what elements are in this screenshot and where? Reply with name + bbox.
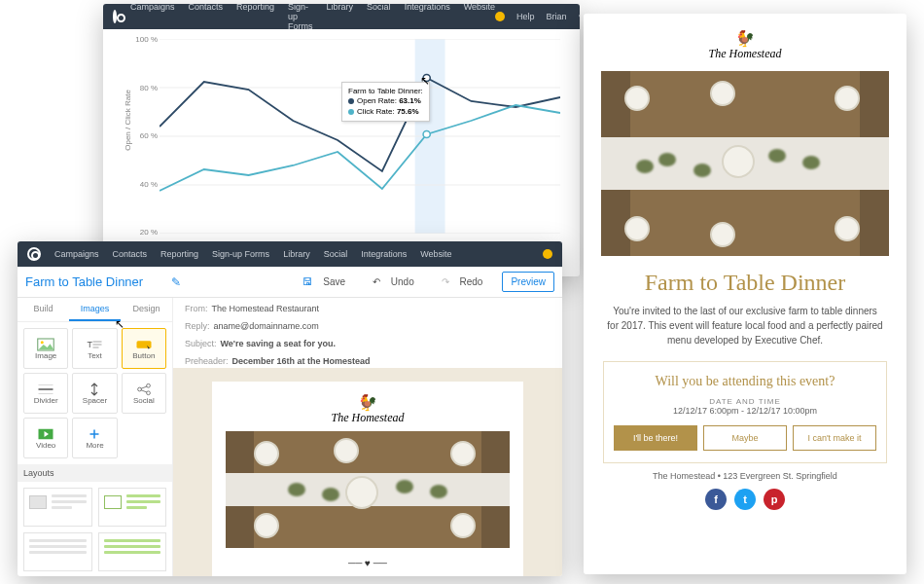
svg-point-6: [423, 75, 430, 82]
nav-reporting[interactable]: Reporting: [236, 4, 274, 31]
layouts-heading: Layouts: [18, 464, 172, 482]
tick: 80 %: [140, 83, 158, 91]
svg-line-22: [141, 389, 147, 391]
email-canvas[interactable]: 🐓 The Homestead ── ♥ ──: [173, 368, 562, 576]
rsvp-block: Will you be attending this event? DATE A…: [603, 361, 887, 463]
brand-name: The Homestead: [601, 47, 889, 61]
layout-option[interactable]: [98, 488, 167, 527]
nav-campaigns[interactable]: Campaigns: [54, 249, 99, 259]
campaign-name[interactable]: Farm to Table Dinner: [25, 274, 143, 289]
edit-name-icon[interactable]: ✎: [171, 275, 181, 289]
pinterest-icon[interactable]: p: [764, 489, 785, 510]
rsvp-yes-button[interactable]: I'll be there!: [614, 425, 697, 451]
editor-area: From:The Homestead Restaurant Reply:anam…: [173, 298, 562, 576]
tool-text[interactable]: TText: [72, 328, 117, 369]
email-footer: The Homestead • 123 Evergreen St. Spring…: [601, 471, 889, 481]
campaign-header: Farm to Table Dinner ✎ 🖫 Save ↶ Undo ↷ R…: [18, 267, 562, 298]
notification-icon[interactable]: [495, 12, 505, 21]
subject-value[interactable]: We're saving a seat for you.: [221, 339, 337, 348]
from-label: From:: [185, 304, 208, 313]
nav-signup-forms[interactable]: Sign-up Forms: [212, 249, 269, 259]
nav-contacts[interactable]: Contacts: [113, 249, 148, 259]
help-link[interactable]: Help: [516, 12, 535, 21]
nav-reporting[interactable]: Reporting: [160, 249, 198, 259]
chevron-down-icon[interactable]: ▾: [579, 12, 580, 21]
hero-image[interactable]: [226, 431, 510, 548]
notification-icon[interactable]: [543, 249, 552, 259]
hero-image: [601, 71, 889, 256]
svg-point-20: [146, 390, 150, 394]
tool-image[interactable]: Image: [23, 328, 68, 369]
tool-palette: Image TText Button Divider Spacer Social…: [18, 322, 172, 464]
datetime-value: 12/12/17 6:00pm - 12/12/17 10:00pm: [614, 406, 876, 416]
svg-line-21: [141, 386, 147, 388]
chart-svg: [160, 39, 560, 234]
from-value[interactable]: The Homestead Restaurant: [212, 304, 320, 313]
nav-campaigns[interactable]: Campaigns: [130, 4, 175, 31]
nav-library[interactable]: Library: [283, 249, 310, 259]
top-nav: Campaigns Contacts Reporting Sign-up For…: [103, 4, 580, 29]
nav-social[interactable]: Social: [367, 4, 391, 31]
brand-logo-icon[interactable]: [27, 247, 41, 261]
reporting-panel: Campaigns Contacts Reporting Sign-up For…: [103, 4, 580, 276]
svg-point-9: [41, 341, 44, 344]
facebook-icon[interactable]: f: [705, 489, 727, 510]
rsvp-no-button[interactable]: I can't make it: [793, 425, 876, 451]
open-click-chart[interactable]: Open / Click Rate 100 % 80 % 60 % 40 % 2…: [103, 29, 580, 251]
svg-rect-14: [136, 341, 151, 348]
sidebar-tabs: Build Images Design: [18, 298, 172, 322]
sidebar: Build Images Design ↖ Image TText Button…: [18, 298, 173, 576]
user-menu[interactable]: Brian: [547, 12, 567, 21]
nav-library[interactable]: Library: [327, 4, 354, 31]
brand-logo-icon[interactable]: [113, 10, 117, 23]
y-axis-ticks: 100 % 80 % 60 % 40 % 20 %: [109, 39, 158, 232]
email-body[interactable]: 🐓 The Homestead ── ♥ ──: [212, 382, 523, 576]
tool-spacer[interactable]: Spacer: [72, 373, 117, 414]
tool-social[interactable]: Social: [122, 373, 166, 414]
nav-signup-forms[interactable]: Sign-up Forms: [288, 4, 313, 31]
rsvp-maybe-button[interactable]: Maybe: [703, 425, 787, 451]
email-preview-panel: 🐓 The Homestead Farm to Table Dinner You…: [584, 14, 906, 574]
preview-button[interactable]: Preview: [502, 272, 554, 292]
save-button[interactable]: 🖫 Save: [295, 273, 361, 291]
chart-tooltip: Farm to Table Dinner: Open Rate: 63.1% C…: [341, 82, 430, 122]
tab-build[interactable]: Build: [18, 298, 69, 321]
email-body-text: You're invited to the last of our exclus…: [601, 304, 889, 347]
tab-images[interactable]: Images: [69, 298, 121, 321]
tick: 40 %: [140, 179, 158, 188]
tool-video[interactable]: Video: [23, 418, 68, 458]
nav-website[interactable]: Website: [420, 249, 451, 259]
tool-more[interactable]: More: [72, 418, 117, 458]
layouts-list: [18, 482, 172, 576]
svg-text:T: T: [88, 340, 93, 349]
layout-option[interactable]: [23, 488, 92, 527]
redo-button[interactable]: ↷ Redo: [434, 273, 499, 291]
rooster-icon: 🐓: [601, 31, 889, 47]
undo-button[interactable]: ↶ Undo: [365, 273, 430, 291]
datetime-label: DATE AND TIME: [614, 397, 876, 406]
brand-name: The Homestead: [226, 411, 510, 425]
top-nav: Campaigns Contacts Reporting Sign-up For…: [18, 241, 562, 267]
nav-integrations[interactable]: Integrations: [361, 249, 407, 259]
nav-links: Campaigns Contacts Reporting Sign-up For…: [130, 4, 495, 31]
twitter-icon[interactable]: t: [734, 489, 756, 510]
preheader-value[interactable]: December 16th at the Homestead: [232, 356, 371, 366]
tool-button[interactable]: Button: [122, 328, 166, 369]
reply-label: Reply:: [185, 321, 210, 331]
tooltip-title: Farm to Table Dinner:: [348, 87, 423, 96]
builder-panel: Campaigns Contacts Reporting Sign-up For…: [18, 241, 562, 576]
tick: 20 %: [140, 228, 158, 237]
reply-value[interactable]: aname@domainname.com: [214, 321, 319, 331]
nav-social[interactable]: Social: [324, 249, 348, 259]
layout-option[interactable]: [23, 532, 92, 571]
social-links: f t p: [601, 489, 889, 510]
nav-website[interactable]: Website: [464, 4, 495, 31]
layout-option[interactable]: [98, 532, 167, 571]
nav-integrations[interactable]: Integrations: [405, 4, 450, 31]
divider-heart-icon: ── ♥ ──: [226, 558, 510, 568]
svg-point-18: [137, 387, 141, 391]
nav-contacts[interactable]: Contacts: [189, 4, 224, 31]
email-headline: Farm to Table Dinner: [601, 270, 889, 296]
tab-design[interactable]: Design: [121, 298, 172, 321]
tool-divider[interactable]: Divider: [23, 373, 68, 414]
